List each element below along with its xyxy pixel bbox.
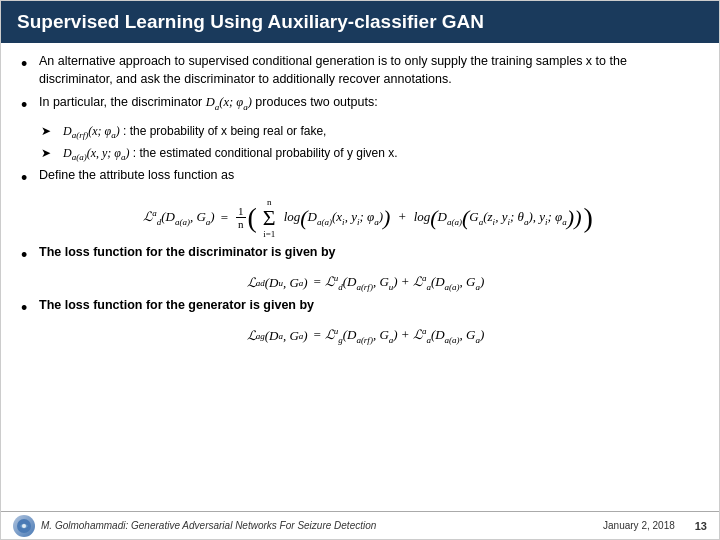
- right-paren: ): [583, 204, 592, 232]
- slide: Supervised Learning Using Auxiliary-clas…: [0, 0, 720, 540]
- list-item: • The loss function for the generator is…: [21, 297, 699, 320]
- sub-bullet-text: Da(rf)(x; φa) : the probability of x bei…: [63, 123, 326, 142]
- equals-sign: =: [221, 210, 228, 226]
- slide-footer: M. Golmohammadi: Generative Adversarial …: [1, 511, 719, 539]
- frac-numerator: 1: [236, 205, 246, 218]
- footer-date: January 2, 2018: [603, 520, 675, 531]
- bullet-bold-text: The loss function for the generator is g…: [39, 298, 314, 312]
- logo-icon: [16, 518, 32, 534]
- math-formula-block-1: ℒad(Da(a), Ga) = 1 n ( n Σ i=1 log(Da(a)…: [37, 197, 699, 239]
- sum-symbol: Σ: [263, 207, 276, 229]
- sub-bullet-item: ➤ Da(rf)(x; φa) : the probability of x b…: [41, 123, 699, 142]
- paren-log2-close: ): [574, 205, 581, 230]
- math-formula-rf: Da(rf)(x; φa): [63, 124, 120, 138]
- math-inline: Da(x; φa): [206, 95, 252, 109]
- footer-left: M. Golmohammadi: Generative Adversarial …: [13, 515, 376, 537]
- frac-denominator: n: [236, 218, 246, 230]
- footer-citation: M. Golmohammadi: Generative Adversarial …: [41, 520, 376, 531]
- left-paren: (: [248, 204, 257, 232]
- footer-title: Generative Adversarial Networks For Seiz…: [131, 520, 376, 531]
- sub-text-label: : the probability of x being real or fak…: [123, 124, 326, 138]
- math-formula-block-3: ℒag(Da, Ga) = ℒug(Da(rf), Ga) + ℒaa(Da(a…: [37, 326, 699, 345]
- slide-header: Supervised Learning Using Auxiliary-clas…: [1, 1, 719, 43]
- footer-logo: [13, 515, 35, 537]
- sub-arrow-marker: ➤: [41, 124, 59, 138]
- paren-log1: (: [300, 205, 307, 230]
- list-item: • An alternative approach to supervised …: [21, 53, 699, 88]
- bullet-marker: •: [21, 94, 35, 117]
- math-lhs: ℒad(Da(a), Ga): [143, 208, 214, 227]
- sum-lower: i=1: [263, 229, 275, 239]
- math-row-2: ℒad(Du, Ga) = ℒud(Da(rf), Gu) + ℒaa(Da(a…: [37, 273, 699, 292]
- fraction: 1 n: [236, 205, 246, 230]
- list-item: • Define the attribute loss function as: [21, 167, 699, 190]
- math-row-3: ℒag(Da, Ga) = ℒug(Da(rf), Ga) + ℒaa(Da(a…: [37, 326, 699, 345]
- sub-bullet-text: Da(a)(x, y; φa) : the estimated conditio…: [63, 145, 398, 164]
- bullet-text: In particular, the discriminator Da(x; φ…: [39, 94, 378, 113]
- math-formula-block-2: ℒad(Du, Ga) = ℒud(Da(rf), Gu) + ℒaa(Da(a…: [37, 273, 699, 292]
- footer-right: January 2, 2018 13: [603, 520, 707, 532]
- bullet-marker: •: [21, 297, 35, 320]
- paren-log1-close: ): [383, 205, 390, 230]
- math-formula-a: Da(a)(x, y; φa): [63, 146, 129, 160]
- bullet-marker: •: [21, 167, 35, 190]
- math-row: ℒad(Da(a), Ga) = 1 n ( n Σ i=1 log(Da(a)…: [37, 197, 699, 239]
- svg-point-1: [22, 524, 26, 528]
- slide-title: Supervised Learning Using Auxiliary-clas…: [17, 11, 484, 32]
- footer-author: M. Golmohammadi: [41, 520, 125, 531]
- slide-body: • An alternative approach to supervised …: [1, 43, 719, 511]
- bullet-text: An alternative approach to supervised co…: [39, 53, 699, 88]
- sum-expr: n Σ i=1: [260, 197, 279, 239]
- sub-bullet-item: ➤ Da(a)(x, y; φa) : the estimated condit…: [41, 145, 699, 164]
- bullet-marker: •: [21, 244, 35, 267]
- bullet-text: The loss function for the generator is g…: [39, 297, 314, 315]
- bullet-marker: •: [21, 53, 35, 76]
- paren-log2a: (: [462, 205, 469, 230]
- plus-sign: +: [398, 209, 407, 224]
- sub-arrow-marker: ➤: [41, 146, 59, 160]
- bullet-text: Define the attribute loss function as: [39, 167, 234, 185]
- bullet-text: The loss function for the discriminator …: [39, 244, 336, 262]
- paren-log2: (: [430, 205, 437, 230]
- list-item: • In particular, the discriminator Da(x;…: [21, 94, 699, 117]
- sum-body: log(Da(a)(xi, yi; φa)) + log(Da(a)(Ga(zi…: [284, 207, 582, 229]
- sub-text-label: : the estimated conditional probability …: [133, 146, 398, 160]
- list-item: • The loss function for the discriminato…: [21, 244, 699, 267]
- footer-page-number: 13: [695, 520, 707, 532]
- bullet-bold-text: The loss function for the discriminator …: [39, 245, 336, 259]
